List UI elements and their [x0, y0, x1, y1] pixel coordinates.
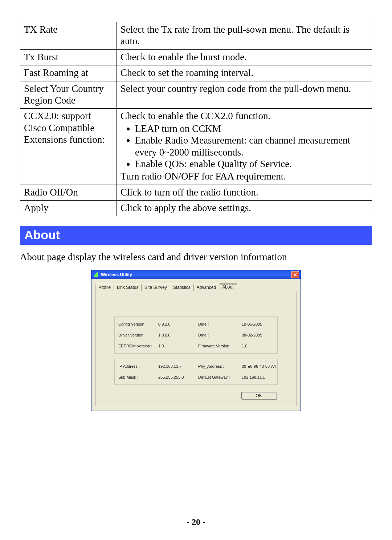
tab-statistics[interactable]: Statistics: [170, 284, 194, 291]
bullet-item: Enable QOS: enable Quality of Service.: [135, 158, 369, 170]
setting-name: Select Your Country Region Code: [20, 81, 117, 109]
window-titlebar: Wireless Utility ✕: [91, 270, 301, 279]
setting-description: Select your country region code from the…: [117, 81, 372, 109]
tab-about[interactable]: About: [219, 283, 237, 291]
bullet-item: Enable Radio Measurement: can channel me…: [135, 134, 369, 158]
info-label: Default Gateway :: [198, 375, 242, 379]
info-value: 192.168.11.1: [242, 375, 282, 379]
table-row: TX RateSelect the Tx rate from the pull-…: [20, 22, 372, 50]
description-lead: Check to enable the CCX2.0 function.: [121, 110, 369, 122]
tab-site-survey[interactable]: Site Survey: [141, 284, 170, 291]
settings-table: TX RateSelect the Tx rate from the pull-…: [20, 22, 372, 216]
info-value: 1.0.0.0: [158, 333, 198, 337]
info-value: 1.0: [242, 344, 282, 348]
info-row: Sub Mask :255.255.255.0Default Gateway :…: [118, 375, 274, 379]
info-value: 10-05-2005: [242, 322, 282, 326]
app-icon: [94, 272, 99, 277]
setting-description: Check to enable the CCX2.0 function.LEAP…: [117, 109, 372, 185]
wireless-utility-window: Wireless Utility ✕ ProfileLink StatusSit…: [91, 270, 301, 411]
close-button[interactable]: ✕: [291, 271, 299, 278]
window-body: ProfileLink StatusSite SurveyStatisticsA…: [91, 279, 301, 411]
setting-name: Tx Burst: [20, 49, 117, 65]
bullet-item: LEAP turn on CCKM: [135, 123, 369, 134]
setting-name: Apply: [20, 201, 117, 216]
document-page: TX RateSelect the Tx rate from the pull-…: [0, 0, 392, 540]
svg-rect-0: [94, 275, 95, 277]
ok-button[interactable]: OK: [241, 392, 276, 399]
info-row: EEPROM Version :1.0Firmware Version :1.0: [118, 344, 274, 348]
version-info-group: Config Version :0.9.2.0Date :10-05-2005D…: [114, 317, 278, 354]
table-row: ApplyClick to apply the above settings.: [20, 201, 372, 216]
info-label: Phy_Address :: [198, 364, 242, 368]
setting-description: Click to apply the above settings.: [117, 201, 372, 216]
info-row: Driver Version :1.0.0.0Date :08-02-2005: [118, 333, 274, 337]
table-row: Fast Roaming atCheck to set the roaming …: [20, 65, 372, 81]
setting-name: Fast Roaming at: [20, 65, 117, 81]
network-info-group: IP Address :192.168.11.7Phy_Address :00-…: [114, 359, 278, 385]
svg-rect-2: [96, 273, 97, 277]
tab-panel-about: Config Version :0.9.2.0Date :10-05-2005D…: [95, 291, 297, 406]
window-title: Wireless Utility: [101, 272, 291, 277]
table-row: CCX2.0: support Cisco Compatible Extensi…: [20, 109, 372, 185]
svg-rect-1: [95, 274, 96, 277]
tab-strip: ProfileLink StatusSite SurveyStatisticsA…: [95, 283, 297, 291]
setting-description: Check to set the roaming interval.: [117, 65, 372, 81]
info-value: 08-02-2005: [242, 333, 282, 337]
section-intro-text: About page display the wireless card and…: [20, 251, 372, 263]
tab-profile[interactable]: Profile: [95, 284, 114, 291]
table-row: Select Your Country Region CodeSelect yo…: [20, 81, 372, 109]
tab-link-status[interactable]: Link Status: [114, 284, 142, 291]
button-row: OK: [100, 390, 292, 400]
info-label: Sub Mask :: [118, 375, 158, 379]
info-row: Config Version :0.9.2.0Date :10-05-2005: [118, 322, 274, 326]
info-label: Driver Version :: [118, 333, 158, 337]
table-row: Radio Off/OnClick to turn off the radio …: [20, 185, 372, 200]
info-value: 00-E0-98-43-58-A4: [242, 364, 282, 368]
info-value: 255.255.255.0: [158, 375, 198, 379]
settings-table-body: TX RateSelect the Tx rate from the pull-…: [20, 22, 372, 216]
page-number: - 20 -: [0, 517, 392, 527]
setting-description: Click to turn off the radio function.: [117, 185, 372, 200]
svg-rect-3: [97, 272, 98, 277]
info-label: IP Address :: [118, 364, 158, 368]
info-value: 1.0: [158, 344, 198, 348]
info-label: Date :: [198, 322, 242, 326]
section-heading: About: [20, 226, 372, 245]
close-icon: ✕: [293, 273, 297, 277]
setting-description: Select the Tx rate from the pull-sown me…: [117, 22, 372, 50]
description-trail: Turn radio ON/OFF for FAA requirement.: [121, 170, 369, 182]
setting-description: Check to enable the burst mode.: [117, 49, 372, 65]
table-row: Tx BurstCheck to enable the burst mode.: [20, 49, 372, 65]
info-value: 192.168.11.7: [158, 364, 198, 368]
info-value: 0.9.2.0: [158, 322, 198, 326]
info-label: Date :: [198, 333, 242, 337]
setting-name: CCX2.0: support Cisco Compatible Extensi…: [20, 109, 117, 185]
description-bullets: LEAP turn on CCKMEnable Radio Measuremen…: [121, 123, 369, 170]
setting-name: TX Rate: [20, 22, 117, 50]
info-label: Config Version :: [118, 322, 158, 326]
info-row: IP Address :192.168.11.7Phy_Address :00-…: [118, 364, 274, 368]
setting-name: Radio Off/On: [20, 185, 117, 200]
tab-advanced[interactable]: Advanced: [193, 284, 219, 291]
info-label: Firmware Version :: [198, 344, 242, 348]
info-label: EEPROM Version :: [118, 344, 158, 348]
